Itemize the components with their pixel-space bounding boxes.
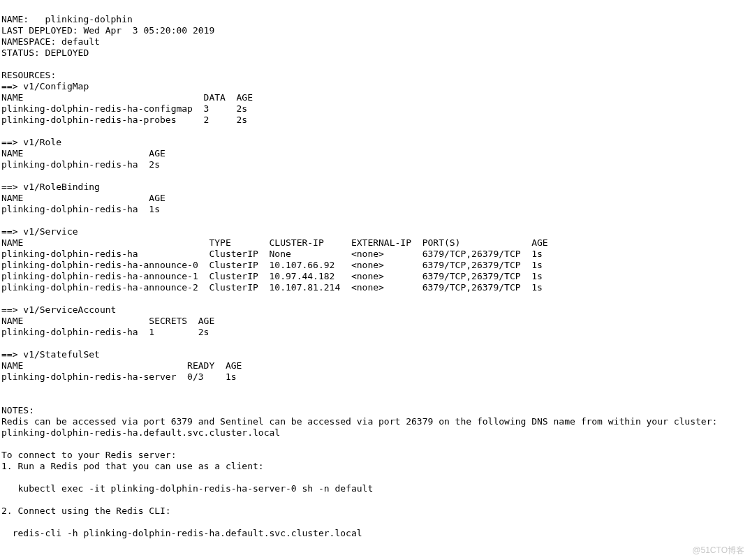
serviceaccount-headers: NAME SECRETS AGE <box>1 316 214 326</box>
watermark-text: @51CTO博客 <box>692 545 744 556</box>
notes-line-1: plinking-dolphin-redis-ha.default.svc.cl… <box>1 427 280 438</box>
statefulset-row-0: plinking-dolphin-redis-ha-server 0/3 1s <box>1 371 237 382</box>
configmap-row-0: plinking-dolphin-redis-ha-configmap 3 2s <box>1 103 247 114</box>
header-last-deployed: LAST DEPLOYED: Wed Apr 3 05:20:00 2019 <box>1 25 214 36</box>
service-row-3: plinking-dolphin-redis-ha-announce-2 Clu… <box>1 282 543 293</box>
role-heading: ==> v1/Role <box>1 137 61 147</box>
notes-line-4: kubectl exec -it plinking-dolphin-redis-… <box>1 483 373 494</box>
header-status: STATUS: DEPLOYED <box>1 47 89 58</box>
header-name: NAME: plinking-dolphin <box>1 14 133 24</box>
notes-line-3: 1. Run a Redis pod that you can use as a… <box>1 461 264 471</box>
notes-line-2: To connect to your Redis server: <box>1 450 176 460</box>
statefulset-heading: ==> v1/StatefulSet <box>1 349 100 360</box>
service-row-0: plinking-dolphin-redis-ha ClusterIP None… <box>1 249 543 259</box>
serviceaccount-heading: ==> v1/ServiceAccount <box>1 304 116 315</box>
rolebinding-headers: NAME AGE <box>1 193 166 203</box>
service-heading: ==> v1/Service <box>1 226 78 237</box>
service-headers: NAME TYPE CLUSTER-IP EXTERNAL-IP PORT(S)… <box>1 237 548 248</box>
serviceaccount-row-0: plinking-dolphin-redis-ha 1 2s <box>1 327 209 337</box>
rolebinding-heading: ==> v1/RoleBinding <box>1 182 100 192</box>
role-row-0: plinking-dolphin-redis-ha 2s <box>1 159 160 170</box>
notes-line-0: Redis can be accessed via port 6379 and … <box>1 416 717 427</box>
rolebinding-row-0: plinking-dolphin-redis-ha 1s <box>1 204 160 214</box>
configmap-heading: ==> v1/ConfigMap <box>1 81 89 91</box>
configmap-headers: NAME DATA AGE <box>1 92 253 103</box>
service-row-1: plinking-dolphin-redis-ha-announce-0 Clu… <box>1 260 543 270</box>
resources-heading: RESOURCES: <box>1 70 56 80</box>
notes-heading: NOTES: <box>1 405 34 415</box>
service-row-2: plinking-dolphin-redis-ha-announce-1 Clu… <box>1 271 543 281</box>
header-namespace: NAMESPACE: default <box>1 36 100 47</box>
terminal-output: NAME: plinking-dolphin LAST DEPLOYED: We… <box>1 14 749 539</box>
notes-line-6: redis-cli -h plinking-dolphin-redis-ha.d… <box>1 528 362 538</box>
configmap-row-1: plinking-dolphin-redis-ha-probes 2 2s <box>1 115 247 125</box>
role-headers: NAME AGE <box>1 148 166 159</box>
notes-line-5: 2. Connect using the Redis CLI: <box>1 506 171 516</box>
statefulset-headers: NAME READY AGE <box>1 360 242 371</box>
